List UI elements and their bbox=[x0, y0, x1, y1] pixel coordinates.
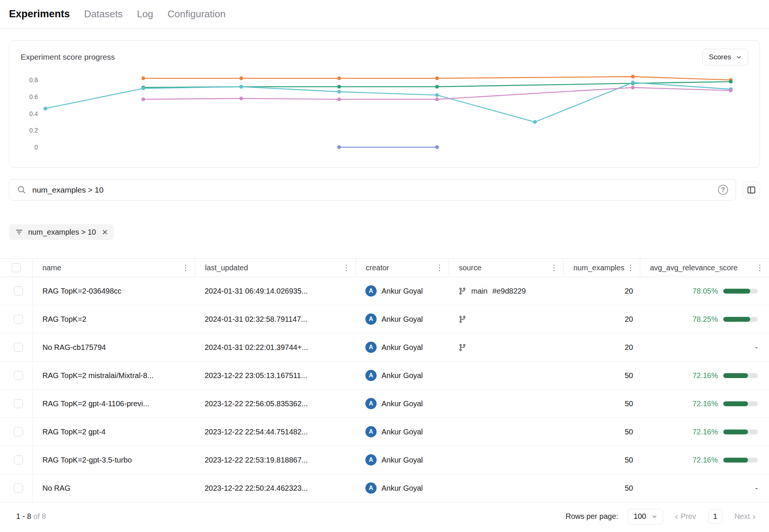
row-checkbox[interactable] bbox=[14, 343, 23, 352]
column-menu-icon[interactable]: ⋮ bbox=[182, 263, 190, 272]
experiment-name[interactable]: RAG TopK=2-036498cc bbox=[42, 287, 121, 295]
prev-page-button[interactable]: ‹Prev bbox=[673, 512, 698, 521]
row-checkbox[interactable] bbox=[14, 455, 23, 464]
row-checkbox[interactable] bbox=[14, 427, 23, 436]
column-header-name: name bbox=[42, 264, 61, 272]
row-checkbox[interactable] bbox=[14, 286, 23, 295]
column-header-creator: creator bbox=[366, 264, 389, 272]
chart-point-orange bbox=[435, 77, 439, 80]
table-row[interactable]: No RAG 2023-12-22 22:50:24.462323... A A… bbox=[0, 474, 769, 502]
source-branch-name: main bbox=[471, 287, 487, 295]
chart-point-teal bbox=[142, 86, 145, 90]
relevance-score-value: 78.25% bbox=[692, 315, 718, 324]
row-range: 1 - 8 bbox=[16, 512, 31, 520]
row-checkbox[interactable] bbox=[14, 399, 23, 408]
relevance-score-empty: - bbox=[755, 343, 758, 352]
row-checkbox[interactable] bbox=[14, 371, 23, 380]
last-updated-value: 2024-01-31 02:32:58.791147... bbox=[205, 315, 307, 324]
relevance-score-bar bbox=[723, 289, 758, 294]
chart-point-purple bbox=[435, 145, 439, 149]
num-examples-value: 50 bbox=[625, 428, 633, 436]
relevance-score-bar-fill bbox=[723, 289, 750, 294]
filter-chip[interactable]: num_examples > 10 × bbox=[9, 224, 114, 240]
tab-experiments[interactable]: Experiments bbox=[9, 8, 70, 20]
chart-point-pink bbox=[337, 97, 341, 101]
table-row[interactable]: No RAG-cb175794 2024-01-31 02:22:01.3974… bbox=[0, 333, 769, 362]
tab-configuration[interactable]: Configuration bbox=[167, 8, 226, 20]
row-checkbox[interactable] bbox=[14, 484, 23, 493]
experiment-name[interactable]: RAG TopK=2 mistralai/Mixtral-8... bbox=[42, 371, 154, 380]
tab-datasets[interactable]: Datasets bbox=[84, 8, 123, 20]
table-row[interactable]: RAG TopK=2-gpt-3.5-turbo 2023-12-22 22:5… bbox=[0, 446, 769, 474]
relevance-score-value: 72.16% bbox=[692, 456, 718, 464]
experiment-name[interactable]: No RAG bbox=[42, 484, 70, 493]
table-row[interactable]: RAG TopK=2 gpt-4-1106-previ... 2023-12-2… bbox=[0, 390, 769, 418]
chart-point-teal bbox=[239, 85, 243, 89]
chart-point-teal bbox=[631, 81, 635, 84]
row-checkbox[interactable] bbox=[14, 315, 23, 324]
creator-name: Ankur Goyal bbox=[381, 456, 423, 464]
column-menu-icon[interactable]: ⋮ bbox=[342, 263, 350, 272]
search-icon bbox=[17, 185, 26, 194]
chart-point-pink bbox=[142, 97, 145, 101]
relevance-score-value: 78.05% bbox=[692, 287, 718, 295]
score-progress-card: Experiment score progress Scores 0.80.60… bbox=[9, 40, 760, 168]
relevance-score-bar-fill bbox=[723, 317, 750, 322]
num-examples-value: 50 bbox=[625, 484, 633, 493]
relevance-score-bar bbox=[723, 317, 758, 322]
help-icon[interactable]: ? bbox=[718, 185, 728, 195]
chart-point-pink bbox=[631, 86, 635, 89]
last-updated-value: 2024-01-31 02:22:01.39744+... bbox=[205, 343, 308, 352]
chart-point-teal bbox=[44, 107, 47, 110]
rows-per-page-select[interactable]: 100 bbox=[628, 509, 663, 524]
num-examples-value: 20 bbox=[625, 287, 633, 295]
table-row[interactable]: RAG TopK=2 gpt-4 2023-12-22 22:54:44.751… bbox=[0, 418, 769, 446]
table-row[interactable]: RAG TopK=2 2024-01-31 02:32:58.791147...… bbox=[0, 305, 769, 333]
experiment-name[interactable]: RAG TopK=2 gpt-4-1106-previ... bbox=[42, 399, 149, 408]
table-row[interactable]: RAG TopK=2-036498cc 2024-01-31 06:49:14.… bbox=[0, 277, 769, 305]
chart-point-teal bbox=[435, 93, 439, 97]
last-updated-value: 2023-12-22 22:53:19.818867... bbox=[205, 456, 308, 464]
search-box[interactable]: ? bbox=[9, 179, 736, 200]
chart-point-orange bbox=[142, 77, 145, 80]
last-updated-value: 2023-12-22 23:05:13.167511... bbox=[205, 371, 307, 380]
table-header: name⋮ last_updated⋮ creator⋮ source⋮ num… bbox=[0, 258, 769, 277]
chart-point-pink bbox=[435, 97, 439, 101]
column-menu-icon[interactable]: ⋮ bbox=[756, 263, 764, 272]
search-row: ? bbox=[9, 179, 760, 200]
num-examples-value: 20 bbox=[625, 315, 633, 324]
column-menu-icon[interactable]: ⋮ bbox=[436, 263, 443, 272]
avatar: A bbox=[365, 454, 377, 466]
search-input[interactable] bbox=[32, 185, 713, 195]
chevron-left-icon: ‹ bbox=[675, 512, 678, 521]
select-all-checkbox[interactable] bbox=[12, 263, 21, 272]
filter-chip-close-icon[interactable]: × bbox=[102, 227, 108, 237]
creator-name: Ankur Goyal bbox=[381, 343, 423, 352]
avatar: A bbox=[365, 285, 377, 297]
chart-point-orange bbox=[239, 77, 243, 80]
current-page-button[interactable]: 1 bbox=[708, 509, 722, 524]
table-row[interactable]: RAG TopK=2 mistralai/Mixtral-8... 2023-1… bbox=[0, 362, 769, 390]
relevance-score-value: 72.16% bbox=[692, 371, 718, 380]
next-page-button[interactable]: Next› bbox=[732, 512, 758, 521]
creator-name: Ankur Goyal bbox=[381, 315, 423, 324]
chart-point-teal bbox=[337, 90, 341, 93]
avatar: A bbox=[365, 370, 377, 381]
column-header-last-updated: last_updated bbox=[205, 264, 248, 272]
experiment-name[interactable]: RAG TopK=2-gpt-3.5-turbo bbox=[42, 456, 132, 464]
experiment-name[interactable]: RAG TopK=2 bbox=[42, 315, 86, 324]
avatar: A bbox=[365, 398, 377, 409]
pagination: Rows per page: 100 ‹Prev 1 Next› bbox=[565, 509, 758, 524]
avatar: A bbox=[365, 482, 377, 494]
columns-toggle-button[interactable] bbox=[743, 181, 760, 199]
scores-dropdown-button[interactable]: Scores bbox=[703, 49, 748, 65]
rows-per-page-label: Rows per page: bbox=[565, 512, 618, 521]
experiment-name[interactable]: No RAG-cb175794 bbox=[42, 343, 106, 352]
creator-name: Ankur Goyal bbox=[381, 484, 423, 493]
experiment-name[interactable]: RAG TopK=2 gpt-4 bbox=[42, 428, 106, 436]
column-menu-icon[interactable]: ⋮ bbox=[627, 263, 635, 272]
chevron-right-icon: › bbox=[752, 512, 755, 521]
tab-log[interactable]: Log bbox=[137, 8, 153, 20]
relevance-score-bar bbox=[723, 401, 758, 406]
column-menu-icon[interactable]: ⋮ bbox=[550, 263, 558, 272]
